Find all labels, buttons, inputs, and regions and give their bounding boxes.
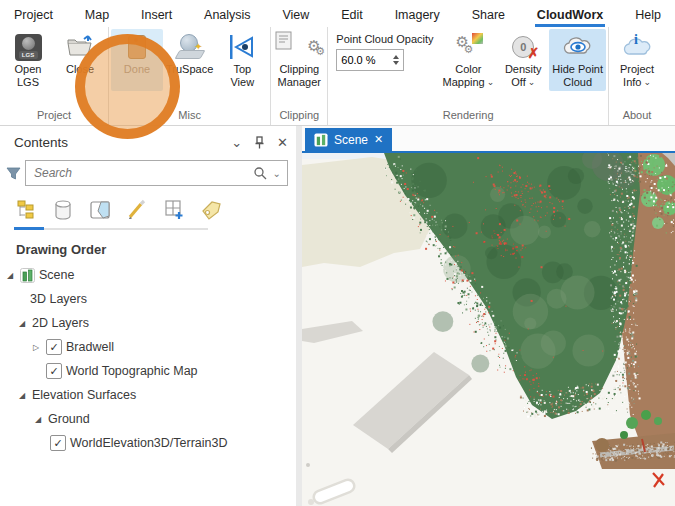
tab-imagery[interactable]: Imagery: [393, 4, 442, 27]
tree-item-3d-layers[interactable]: 3D Layers: [4, 287, 296, 311]
open-lgs-button[interactable]: LGS Open LGS: [2, 29, 54, 91]
search-chevron-icon[interactable]: ⌄: [273, 168, 281, 179]
scene-icon: [20, 268, 35, 283]
view-tab-bar: Scene ✕: [302, 126, 675, 153]
truspace-icon: ✦: [177, 34, 203, 60]
document-icon: [275, 31, 293, 51]
ribbon-tab-bar: Project Map Insert Analysis View Edit Im…: [0, 0, 675, 27]
tab-underline: [14, 228, 208, 230]
tree-item-elevation-surfaces[interactable]: ◢ Elevation Surfaces: [4, 383, 296, 407]
expand-icon[interactable]: ◢: [16, 319, 28, 328]
panel-menu-chevron-icon[interactable]: ⌄: [231, 135, 242, 150]
density-off-button[interactable]: 0 ✗ Density Off ⌄: [497, 29, 549, 91]
clipping-manager-button[interactable]: ⚙ ⚙ Clipping Manager: [273, 29, 325, 91]
point-cloud-opacity-label: Point Cloud Opacity: [336, 33, 433, 45]
tree-item-2d-layers[interactable]: ◢ 2D Layers: [4, 311, 296, 335]
hide-point-cloud-button[interactable]: Hide Point Cloud: [549, 29, 606, 91]
list-by-data-source-tab[interactable]: [51, 198, 75, 222]
color-gradient-icon: [472, 33, 483, 44]
chevron-down-icon: ⌄: [487, 78, 495, 87]
close-scene-tab-icon[interactable]: ✕: [374, 133, 383, 146]
layer-tree: ◢ Scene 3D Layers ◢ 2D Layers ▷: [0, 263, 296, 455]
tab-share[interactable]: Share: [470, 4, 507, 27]
list-by-drawing-order-tab[interactable]: [14, 198, 38, 222]
tab-analysis[interactable]: Analysis: [202, 4, 253, 27]
search-input[interactable]: [32, 165, 253, 181]
open-lgs-icon: LGS: [15, 34, 42, 61]
tree-item-world-topographic-map[interactable]: ✓ World Topographic Map: [4, 359, 296, 383]
group-rendering: Point Cloud Opacity ⚙ ⚙: [327, 27, 608, 125]
group-label-about: About: [611, 108, 663, 125]
contents-panel: Contents ⌄ ✕: [0, 126, 296, 506]
hide-point-cloud-icon: [563, 35, 593, 59]
contents-view-tabs: [0, 188, 296, 222]
spinner-down-icon[interactable]: [393, 61, 399, 65]
layer-checkbox[interactable]: ✓: [46, 339, 62, 355]
chevron-down-icon: ⌄: [528, 78, 536, 87]
scene-view-tab[interactable]: Scene ✕: [305, 128, 392, 151]
list-by-editing-tab[interactable]: [125, 198, 149, 222]
gear-icon: ⚙: [315, 45, 325, 58]
opacity-spinner: [336, 49, 404, 71]
collapsed-expand-icon[interactable]: ▷: [30, 343, 42, 352]
group-label-rendering: Rendering: [330, 108, 606, 125]
scene-tab-icon: [314, 133, 328, 147]
tree-item-world-elevation[interactable]: ✓ WorldElevation3D/Terrain3D: [4, 431, 296, 455]
drawing-order-heading: Drawing Order: [0, 230, 296, 263]
spinner-up-icon[interactable]: [393, 55, 399, 59]
ribbon: Project Map Insert Analysis View Edit Im…: [0, 0, 675, 126]
density-off-icon: 0 ✗: [512, 36, 534, 58]
expand-icon[interactable]: ◢: [16, 391, 28, 400]
group-clipping: ⚙ ⚙ Clipping Manager Clipping: [270, 27, 327, 125]
list-by-snapshot-tab[interactable]: [88, 198, 112, 222]
pin-icon[interactable]: [254, 136, 265, 149]
layer-checkbox[interactable]: ✓: [46, 363, 62, 379]
layer-checkbox[interactable]: ✓: [50, 435, 66, 451]
group-about: i Project Info ⌄ About: [608, 27, 665, 125]
tab-project[interactable]: Project: [12, 4, 55, 27]
list-by-labeling-tab[interactable]: [199, 198, 223, 222]
tree-item-ground[interactable]: ◢ Ground: [4, 407, 296, 431]
top-view-button[interactable]: Top View: [216, 29, 268, 91]
panel-close-icon[interactable]: ✕: [277, 135, 288, 150]
color-mapping-button[interactable]: ⚙ ⚙ Color Mapping ⌄: [440, 29, 498, 91]
click-annotation-circle: [75, 34, 180, 139]
opacity-input[interactable]: [337, 54, 389, 66]
tab-help[interactable]: Help: [633, 4, 663, 27]
expand-icon[interactable]: ◢: [4, 271, 16, 280]
expand-icon[interactable]: ◢: [32, 415, 44, 424]
tab-edit[interactable]: Edit: [339, 4, 365, 27]
search-icon[interactable]: [253, 166, 267, 180]
view-area: Scene ✕: [302, 126, 675, 506]
chevron-down-icon: ⌄: [643, 78, 651, 87]
project-info-button[interactable]: i Project Info ⌄: [611, 29, 663, 91]
filter-icon[interactable]: [6, 166, 21, 181]
tree-item-scene[interactable]: ◢ Scene: [4, 263, 296, 287]
top-view-icon: [228, 34, 256, 60]
list-by-perspective-imagery-tab[interactable]: [162, 198, 186, 222]
app-window: Project Map Insert Analysis View Edit Im…: [0, 0, 675, 506]
tree-item-bradwell[interactable]: ▷ ✓ Bradwell: [4, 335, 296, 359]
tab-insert[interactable]: Insert: [139, 4, 174, 27]
tab-cloudworx[interactable]: CloudWorx: [535, 4, 605, 27]
group-label-clipping: Clipping: [273, 108, 325, 125]
gear-icon: ⚙: [463, 43, 473, 56]
scene-viewport-canvas[interactable]: [302, 153, 675, 506]
search-box: ⌄: [25, 160, 288, 186]
tab-map[interactable]: Map: [83, 4, 111, 27]
tab-view[interactable]: View: [280, 4, 311, 27]
